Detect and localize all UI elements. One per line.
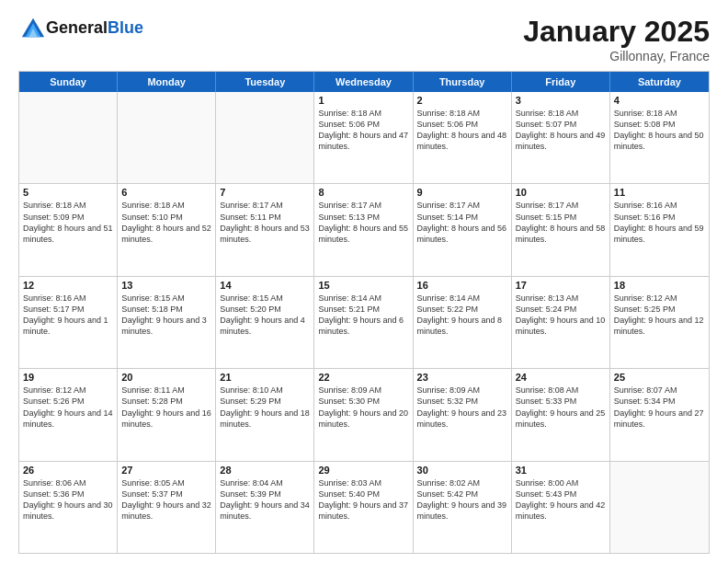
day-number: 9 (417, 187, 507, 198)
calendar-cell: 12Sunrise: 8:16 AM Sunset: 5:17 PM Dayli… (19, 277, 118, 368)
day-number: 30 (417, 465, 507, 476)
cell-info: Sunrise: 8:09 AM Sunset: 5:32 PM Dayligh… (417, 385, 507, 430)
cell-info: Sunrise: 8:18 AM Sunset: 5:07 PM Dayligh… (516, 108, 606, 153)
cell-info: Sunrise: 8:17 AM Sunset: 5:14 PM Dayligh… (417, 200, 507, 245)
calendar-cell: 22Sunrise: 8:09 AM Sunset: 5:30 PM Dayli… (314, 369, 413, 460)
day-number: 22 (318, 372, 408, 383)
cell-info: Sunrise: 8:14 AM Sunset: 5:22 PM Dayligh… (417, 293, 507, 338)
day-number: 31 (516, 465, 606, 476)
day-number: 16 (417, 280, 507, 291)
day-number: 6 (121, 187, 211, 198)
logo-text: GeneralBlue (46, 19, 143, 36)
calendar-cell: 27Sunrise: 8:05 AM Sunset: 5:37 PM Dayli… (118, 462, 216, 553)
day-number: 28 (220, 465, 310, 476)
day-number: 19 (23, 372, 113, 383)
day-number: 15 (318, 280, 408, 291)
cell-info: Sunrise: 8:16 AM Sunset: 5:17 PM Dayligh… (23, 293, 113, 338)
day-number: 8 (318, 187, 408, 198)
cell-info: Sunrise: 8:15 AM Sunset: 5:18 PM Dayligh… (121, 293, 211, 338)
weekday-header: Wednesday (314, 72, 413, 92)
day-number: 17 (516, 280, 606, 291)
calendar-cell: 20Sunrise: 8:11 AM Sunset: 5:28 PM Dayli… (118, 369, 216, 460)
calendar-cell: 13Sunrise: 8:15 AM Sunset: 5:18 PM Dayli… (118, 277, 216, 368)
cell-info: Sunrise: 8:08 AM Sunset: 5:33 PM Dayligh… (516, 385, 606, 430)
cell-info: Sunrise: 8:09 AM Sunset: 5:30 PM Dayligh… (318, 385, 408, 430)
cell-info: Sunrise: 8:12 AM Sunset: 5:25 PM Dayligh… (614, 293, 705, 338)
day-number: 4 (614, 95, 705, 106)
calendar-cell: 15Sunrise: 8:14 AM Sunset: 5:21 PM Dayli… (314, 277, 413, 368)
title-block: January 2025 Gillonnay, France (523, 15, 710, 63)
cell-info: Sunrise: 8:18 AM Sunset: 5:06 PM Dayligh… (417, 108, 507, 153)
day-number: 5 (23, 187, 113, 198)
cell-info: Sunrise: 8:02 AM Sunset: 5:42 PM Dayligh… (417, 477, 507, 523)
day-number: 21 (220, 372, 310, 383)
day-number: 23 (417, 372, 507, 383)
calendar-row: 26Sunrise: 8:06 AM Sunset: 5:36 PM Dayli… (19, 461, 709, 553)
cell-info: Sunrise: 8:18 AM Sunset: 5:09 PM Dayligh… (23, 200, 113, 245)
page: GeneralBlue January 2025 Gillonnay, Fran… (0, 0, 728, 563)
calendar-cell: 8Sunrise: 8:17 AM Sunset: 5:13 PM Daylig… (314, 184, 413, 275)
day-number: 3 (516, 95, 606, 106)
cell-info: Sunrise: 8:06 AM Sunset: 5:36 PM Dayligh… (23, 477, 113, 523)
calendar-cell: 31Sunrise: 8:00 AM Sunset: 5:43 PM Dayli… (512, 462, 610, 553)
month-title: January 2025 (523, 15, 710, 49)
calendar-cell: 5Sunrise: 8:18 AM Sunset: 5:09 PM Daylig… (19, 184, 118, 275)
calendar-cell: 29Sunrise: 8:03 AM Sunset: 5:40 PM Dayli… (314, 462, 413, 553)
cell-info: Sunrise: 8:13 AM Sunset: 5:24 PM Dayligh… (516, 293, 606, 338)
weekday-header: Tuesday (216, 72, 314, 92)
calendar-cell: 9Sunrise: 8:17 AM Sunset: 5:14 PM Daylig… (414, 184, 512, 275)
calendar-header: SundayMondayTuesdayWednesdayThursdayFrid… (19, 72, 709, 92)
day-number: 27 (121, 465, 211, 476)
cell-info: Sunrise: 8:12 AM Sunset: 5:26 PM Dayligh… (23, 385, 113, 430)
cell-info: Sunrise: 8:03 AM Sunset: 5:40 PM Dayligh… (318, 477, 408, 523)
cell-info: Sunrise: 8:17 AM Sunset: 5:13 PM Dayligh… (318, 200, 408, 245)
day-number: 25 (614, 372, 705, 383)
cell-info: Sunrise: 8:18 AM Sunset: 5:10 PM Dayligh… (121, 200, 211, 245)
day-number: 7 (220, 187, 310, 198)
day-number: 2 (417, 95, 507, 106)
calendar-cell: 28Sunrise: 8:04 AM Sunset: 5:39 PM Dayli… (216, 462, 314, 553)
calendar-cell: 19Sunrise: 8:12 AM Sunset: 5:26 PM Dayli… (19, 369, 118, 460)
cell-info: Sunrise: 8:00 AM Sunset: 5:43 PM Dayligh… (516, 477, 606, 523)
calendar-cell: 26Sunrise: 8:06 AM Sunset: 5:36 PM Dayli… (19, 462, 118, 553)
calendar-cell: 14Sunrise: 8:15 AM Sunset: 5:20 PM Dayli… (216, 277, 314, 368)
day-number: 12 (23, 280, 113, 291)
day-number: 1 (318, 95, 408, 106)
calendar-cell: 30Sunrise: 8:02 AM Sunset: 5:42 PM Dayli… (414, 462, 512, 553)
weekday-header: Thursday (414, 72, 512, 92)
day-number: 18 (614, 280, 705, 291)
calendar-cell: 1Sunrise: 8:18 AM Sunset: 5:06 PM Daylig… (314, 92, 413, 183)
day-number: 29 (318, 465, 408, 476)
calendar-cell (118, 92, 216, 183)
cell-info: Sunrise: 8:15 AM Sunset: 5:20 PM Dayligh… (220, 293, 310, 338)
calendar-row: 12Sunrise: 8:16 AM Sunset: 5:17 PM Dayli… (19, 276, 709, 368)
cell-info: Sunrise: 8:11 AM Sunset: 5:28 PM Dayligh… (121, 385, 211, 430)
cell-info: Sunrise: 8:18 AM Sunset: 5:06 PM Dayligh… (318, 108, 408, 153)
calendar-cell (610, 462, 709, 553)
calendar-cell: 6Sunrise: 8:18 AM Sunset: 5:10 PM Daylig… (118, 184, 216, 275)
day-number: 10 (516, 187, 606, 198)
calendar-cell: 23Sunrise: 8:09 AM Sunset: 5:32 PM Dayli… (414, 369, 512, 460)
calendar-cell: 4Sunrise: 8:18 AM Sunset: 5:08 PM Daylig… (610, 92, 709, 183)
calendar-cell: 21Sunrise: 8:10 AM Sunset: 5:29 PM Dayli… (216, 369, 314, 460)
day-number: 20 (121, 372, 211, 383)
calendar-cell: 16Sunrise: 8:14 AM Sunset: 5:22 PM Dayli… (414, 277, 512, 368)
logo: GeneralBlue (18, 15, 143, 40)
cell-info: Sunrise: 8:16 AM Sunset: 5:16 PM Dayligh… (614, 200, 705, 245)
cell-info: Sunrise: 8:05 AM Sunset: 5:37 PM Dayligh… (121, 477, 211, 523)
cell-info: Sunrise: 8:14 AM Sunset: 5:21 PM Dayligh… (318, 293, 408, 338)
weekday-header: Saturday (610, 72, 709, 92)
cell-info: Sunrise: 8:17 AM Sunset: 5:11 PM Dayligh… (220, 200, 310, 245)
day-number: 24 (516, 372, 606, 383)
day-number: 11 (614, 187, 705, 198)
day-number: 26 (23, 465, 113, 476)
weekday-header: Sunday (19, 72, 118, 92)
logo-icon (20, 15, 46, 40)
cell-info: Sunrise: 8:04 AM Sunset: 5:39 PM Dayligh… (220, 477, 310, 523)
cell-info: Sunrise: 8:10 AM Sunset: 5:29 PM Dayligh… (220, 385, 310, 430)
calendar-cell: 11Sunrise: 8:16 AM Sunset: 5:16 PM Dayli… (610, 184, 709, 275)
calendar-row: 1Sunrise: 8:18 AM Sunset: 5:06 PM Daylig… (19, 92, 709, 183)
weekday-header: Friday (512, 72, 610, 92)
calendar-cell: 10Sunrise: 8:17 AM Sunset: 5:15 PM Dayli… (512, 184, 610, 275)
calendar-body: 1Sunrise: 8:18 AM Sunset: 5:06 PM Daylig… (19, 92, 709, 553)
